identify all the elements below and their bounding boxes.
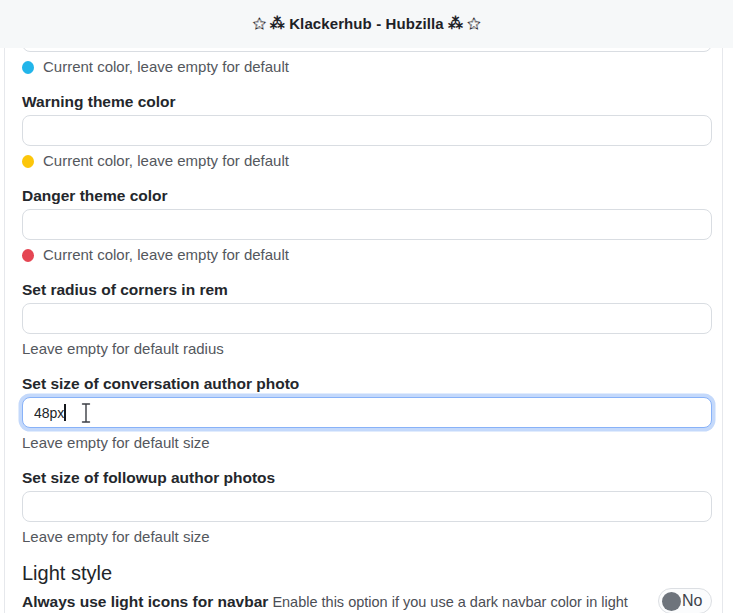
settings-panel: Current color, leave empty for default W…: [4, 0, 723, 613]
navbar-light-icons-description: Enable this option if you use a dark nav…: [272, 594, 627, 610]
field-label: Set size of conversation author photo: [22, 374, 712, 394]
ibeam-cursor-icon: [80, 401, 92, 425]
danger-color-dot-icon: [22, 249, 34, 262]
field-help-text: Current color, leave empty for default: [43, 151, 289, 171]
navbar-light-icons-row: Always use light icons for navbar Enable…: [22, 588, 712, 613]
section-heading-light-style: Light style: [22, 560, 712, 586]
field-help: Leave empty for default radius: [22, 339, 712, 359]
navbar-light-icons-label: Always use light icons for navbar: [22, 593, 268, 610]
info-color-dot-icon: [22, 61, 34, 74]
field-help-text: Leave empty for default radius: [22, 339, 224, 359]
followup-photo-size-input[interactable]: [22, 491, 712, 522]
text-caret: [64, 404, 66, 421]
conversation-photo-size-input[interactable]: [22, 397, 712, 428]
danger-theme-color-input[interactable]: [22, 209, 712, 240]
field-group-followup-photo-size: Set size of followup author photos Leave…: [22, 468, 712, 547]
field-group-danger-color: Danger theme color Current color, leave …: [22, 186, 712, 265]
field-help: Leave empty for default size: [22, 433, 712, 453]
warning-color-dot-icon: [22, 155, 34, 168]
field-group-conversation-photo-size: Set size of conversation author photo Le…: [22, 374, 712, 453]
field-label: Danger theme color: [22, 186, 712, 206]
page-header: ✩ ⁂ Klackerhub - Hubzilla ⁂ ✩: [0, 0, 733, 48]
field-help-text: Leave empty for default size: [22, 527, 210, 547]
field-label: Set radius of corners in rem: [22, 280, 712, 300]
field-label: Set size of followup author photos: [22, 468, 712, 488]
field-help: Current color, leave empty for default: [22, 57, 712, 77]
toggle-state-label: No: [682, 592, 702, 610]
field-help-text: Leave empty for default size: [22, 433, 210, 453]
warning-theme-color-input[interactable]: [22, 115, 712, 146]
navbar-light-icons-text: Always use light icons for navbar Enable…: [22, 591, 658, 613]
corner-radius-input[interactable]: [22, 303, 712, 334]
page-title: ✩ ⁂ Klackerhub - Hubzilla ⁂ ✩: [253, 15, 480, 33]
field-group-warning-color: Warning theme color Current color, leave…: [22, 92, 712, 171]
field-group-corner-radius: Set radius of corners in rem Leave empty…: [22, 280, 712, 359]
field-help: Current color, leave empty for default: [22, 245, 712, 265]
field-help-text: Current color, leave empty for default: [43, 245, 289, 265]
navbar-light-icons-toggle[interactable]: No: [658, 588, 712, 613]
field-help: Leave empty for default size: [22, 527, 712, 547]
toggle-knob-icon: [662, 592, 681, 611]
field-label: Warning theme color: [22, 92, 712, 112]
field-help-text: Current color, leave empty for default: [43, 57, 289, 77]
field-help: Current color, leave empty for default: [22, 151, 712, 171]
